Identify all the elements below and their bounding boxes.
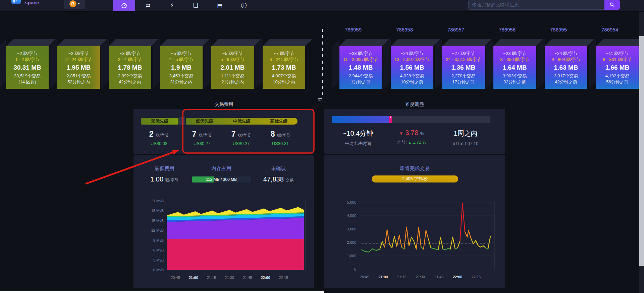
brand-name-bottom: .space [23, 0, 46, 5]
fee-tier-high-badge[interactable]: 高优先级 [260, 118, 298, 125]
svg-text:9 MvB: 9 MvB [153, 238, 164, 242]
cube-side-face [255, 39, 263, 89]
transaction-fees-panel: 无优先级 低优先级 中优先级 高优先级 2 聪/字节 US$0.08 7 聪/字… [133, 109, 314, 154]
cube-top-face [391, 39, 441, 46]
currency-dropdown[interactable]: B ▾ [64, 0, 85, 9]
blocks-icon[interactable]: ❏ [189, 0, 202, 11]
svg-text:21:00: 21:00 [378, 275, 388, 279]
cube-top-face [545, 39, 595, 46]
cube-side-face [383, 39, 391, 89]
block-tx-count: 3,317个交易 [554, 73, 578, 78]
mined-block[interactable]: ~11 聪/字节8 - 331 聪/字节1.66 MB4,192个交易56分钟之… [596, 46, 639, 89]
cube-face: ~5 聪/字节4 - 5 聪/字节1.9 MB3,453个交易31分钟之内 [160, 46, 203, 89]
block-time: 31分钟之内 [170, 79, 192, 84]
mined-block[interactable]: ~27 聪/字节24 - 3,512 聪/字节1.36 MB2,270个交易17… [442, 46, 485, 89]
svg-text:0: 0 [354, 267, 356, 271]
search-input[interactable] [468, 0, 604, 10]
block-height-label[interactable]: 786954 [585, 27, 635, 32]
info-icon[interactable]: ⓘ [237, 0, 251, 11]
mempool-block[interactable]: ~5 聪/字节4 - 5 聪/字节1.9 MB3,453个交易31分钟之内 [160, 46, 203, 89]
mempool-block[interactable]: ~7 聪/字节6 - 241 聪/字节1.73 MB4,007个交易10分钟之内 [263, 46, 305, 89]
block-median-fee: ~24 聪/字节 [554, 51, 577, 56]
block-time: 42分钟之前 [555, 79, 577, 84]
svg-text:22:00: 22:00 [261, 276, 270, 280]
fees-title: 交易费用 [133, 101, 314, 107]
svg-text:20:45: 20:45 [171, 276, 180, 280]
mempool-block[interactable]: ~5 聪/字节5 - 6 聪/字节2.01 MB1,111个交易21分钟之内 [211, 46, 254, 89]
block-time: 56分钟之前 [606, 79, 628, 84]
block-median-fee: ~2 聪/字节 [17, 51, 38, 56]
mempool-block[interactable]: ~2 聪/字节1 - 2 聪/字节30.31 MB33,519个交易(14 区块… [6, 46, 49, 89]
svg-text:2,000: 2,000 [347, 240, 356, 244]
cube-face: ~2 聪/字节1 - 2 聪/字节30.31 MB33,519个交易(14 区块… [6, 46, 49, 89]
mined-block[interactable]: ~24 聪/字节9 - 804 聪/字节1.63 MB3,317个交易42分钟之… [545, 46, 587, 89]
search-button[interactable] [604, 0, 620, 10]
difficulty-change-unit: % [420, 131, 424, 136]
block-size: 1.73 MB [272, 64, 296, 71]
block-fee-range: 2 - 24 聪/字节 [65, 57, 92, 62]
block-height-label[interactable]: 786956 [482, 27, 532, 32]
block-fee-range: 13 - 2,007 聪/字节 [394, 57, 430, 62]
cube-top-face [263, 39, 313, 46]
block-tx-count: 3,903个交易 [503, 73, 527, 78]
fee-rate-value: 7 [192, 130, 197, 138]
svg-text:12 MvB: 12 MvB [151, 228, 164, 232]
fee-tier-low-badge[interactable]: 低优先级 [186, 118, 223, 125]
retarget-date: 5月5日 07:10 [435, 141, 496, 147]
block-height-label[interactable]: 786955 [533, 27, 584, 32]
difficulty-progress-track [332, 116, 490, 123]
block-size: 1.78 MB [118, 64, 142, 71]
lightning-icon[interactable]: ⚡ [165, 0, 178, 11]
svg-text:18 MvB: 18 MvB [151, 209, 164, 213]
brand-logo[interactable]: mempool .space [11, 0, 46, 5]
cube-top-face [109, 39, 159, 46]
block-height-label[interactable]: 786957 [431, 27, 481, 32]
bitcoin-icon: B [69, 0, 76, 7]
mining-icon[interactable]: ▤ [213, 0, 226, 11]
mempool-block[interactable]: ~2 聪/字节2 - 24 聪/字节1.95 MB2,851个交易52分钟之内 [57, 46, 100, 89]
mined-block[interactable]: ~24 聪/字节13 - 2,007 聪/字节1.56 MB4,028个交易10… [391, 46, 433, 89]
block-time: 1分钟之前 [351, 79, 371, 84]
scrollbar-thumb[interactable] [639, 36, 644, 266]
block-fee-range: 8 - 350 聪/字节 [500, 57, 529, 62]
svg-text:21:45: 21:45 [434, 275, 444, 279]
cube-top-face [493, 39, 543, 46]
cube-top-face [211, 39, 261, 46]
block-size: 1.9 MB [171, 64, 192, 71]
fee-tier-none-badge[interactable]: 无优先级 [141, 118, 178, 125]
block-fee-range: 1 - 2 聪/字节 [15, 57, 39, 62]
block-size: 1.64 MB [503, 64, 527, 71]
chain-tip-divider [322, 29, 323, 95]
fee-rate-unit: 聪/字节 [156, 133, 169, 138]
mined-block[interactable]: ~23 聪/字节11 - 2,005 聪/字节1.48 MB2,944个交易1分… [339, 46, 382, 89]
mempool-block[interactable]: ~3 聪/字节2 - 4 聪/字节1.78 MB2,892个交易42分钟之内 [109, 46, 151, 89]
block-fee-range: 6 - 241 聪/字节 [269, 57, 299, 62]
tab-dashboard[interactable] [113, 0, 135, 11]
cube-face: ~7 聪/字节6 - 241 聪/字节1.73 MB4,007个交易10分钟之内 [263, 46, 305, 89]
fee-tier-mid-badge[interactable]: 中优先级 [223, 118, 260, 125]
fee-rate-value: 7 [231, 130, 236, 138]
difficulty-progress-dot [390, 117, 391, 118]
block-median-fee: ~3 聪/字节 [120, 51, 140, 56]
block-time: 52分钟之内 [67, 79, 90, 84]
block-size: 1.48 MB [349, 64, 373, 71]
cube-side-face [332, 39, 339, 89]
block-fee-range: 2 - 4 聪/字节 [118, 57, 142, 62]
fee-rate-unit: 聪/字节 [199, 133, 212, 138]
mined-block[interactable]: ~23 聪/字节8 - 350 聪/字节1.64 MB3,903个交易32分钟之… [493, 46, 536, 89]
block-height-label[interactable]: 786958 [379, 27, 430, 32]
block-height-label[interactable]: 786959 [328, 27, 378, 32]
top-nav: mempool .space B ▾ ⇄ ⚡ ❏ ▤ ⓘ [0, 0, 644, 12]
svg-text:21:30: 21:30 [416, 275, 425, 279]
svg-text:21 MvB: 21 MvB [151, 199, 164, 203]
block-time: (14 区块) [18, 79, 36, 84]
avg-block-time-value: ~10.4分钟 [328, 129, 388, 138]
unconfirmed-label: 未确认 [248, 165, 309, 172]
mempool-logo-icon [11, 0, 21, 4]
swap-arrows-icon[interactable]: ⇄ [141, 0, 155, 11]
cube-side-face [589, 39, 596, 89]
unconfirmed-value: 47,838 [263, 175, 284, 183]
svg-text:21:15: 21:15 [207, 276, 216, 280]
block-size: 1.63 MB [554, 64, 578, 71]
swap-divider-icon: ⇄ [318, 96, 322, 102]
